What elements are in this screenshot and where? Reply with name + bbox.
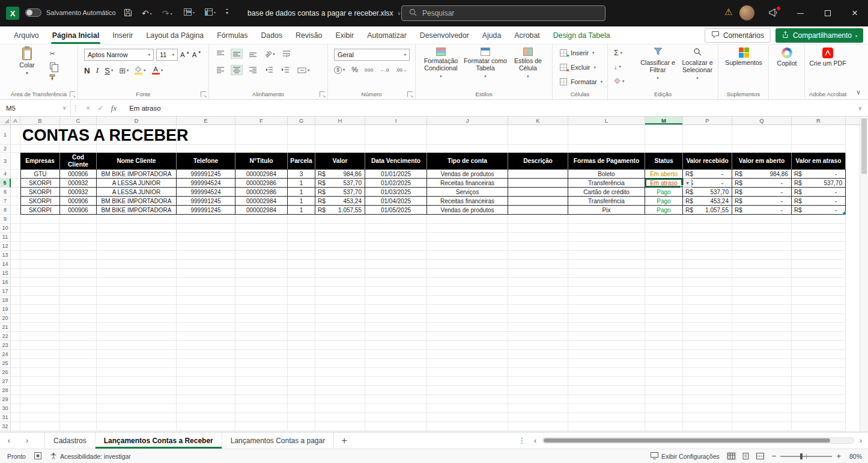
cell-P7[interactable]: R$453,24 <box>683 197 732 206</box>
cell-M7[interactable]: Pago <box>645 197 683 206</box>
cell-R32[interactable] <box>792 422 846 431</box>
cell-A2[interactable] <box>11 145 20 153</box>
undo-button[interactable]: ↶▾ <box>142 8 152 18</box>
add-sheet-button[interactable]: + <box>334 432 354 449</box>
orientation-button[interactable]: ab▾ <box>264 50 276 58</box>
cell-H25[interactable] <box>315 359 365 368</box>
cell-L12[interactable] <box>568 242 645 251</box>
cell-D12[interactable] <box>97 242 177 251</box>
cell-A9[interactable] <box>11 215 20 224</box>
cell-J19[interactable] <box>427 305 508 314</box>
row-header-6[interactable]: 6 <box>0 188 11 197</box>
cell-F15[interactable] <box>235 269 288 278</box>
cell-K19[interactable] <box>508 305 568 314</box>
format-cells-button[interactable]: Formatar ▾ <box>560 78 602 85</box>
row-header-17[interactable]: 17 <box>0 287 11 296</box>
minimize-button[interactable] <box>787 0 813 26</box>
cell-H5[interactable]: R$537,70 <box>315 179 365 188</box>
ribbon-tab-inserir[interactable]: Inserir <box>106 26 139 44</box>
cell-R10[interactable] <box>792 224 846 233</box>
previous-sheet-icon[interactable]: ‹ <box>0 432 18 449</box>
cell-K31[interactable] <box>508 413 568 422</box>
cell-H20[interactable] <box>315 314 365 323</box>
cell-F28[interactable] <box>235 386 288 395</box>
cell-K27[interactable] <box>508 377 568 386</box>
cell-Q9[interactable] <box>732 215 792 224</box>
cell-E18[interactable] <box>177 296 235 305</box>
cell-B4[interactable]: GTU <box>20 170 60 179</box>
cell-L28[interactable] <box>568 386 645 395</box>
cell-L32[interactable] <box>568 422 645 431</box>
cell-D3[interactable]: Nome Cliente <box>97 153 177 170</box>
cell-D7[interactable]: BM BIKE IMPORTADORA <box>97 197 177 206</box>
decrease-indent-button[interactable] <box>264 66 275 75</box>
cell-Q13[interactable] <box>732 251 792 260</box>
cell-Q6[interactable]: R$- <box>732 188 792 197</box>
cell-Q15[interactable] <box>732 269 792 278</box>
cell-E16[interactable] <box>177 278 235 287</box>
cell-A25[interactable] <box>11 359 20 368</box>
row-header-10[interactable]: 10 <box>0 224 11 233</box>
row-header-30[interactable]: 30 <box>0 404 11 413</box>
row-header-29[interactable]: 29 <box>0 395 11 404</box>
addins-button[interactable]: Suplementos <box>725 48 762 67</box>
cell-A21[interactable] <box>11 323 20 332</box>
align-top-button[interactable] <box>215 49 226 58</box>
cell-L22[interactable] <box>568 332 645 341</box>
insert-function-icon[interactable]: fx <box>111 103 117 113</box>
row-header-9[interactable]: 9 <box>0 215 11 224</box>
cell-A27[interactable] <box>11 377 20 386</box>
row-header-16[interactable]: 16 <box>0 278 11 287</box>
cell-E12[interactable] <box>177 242 235 251</box>
cell-G18[interactable] <box>288 296 315 305</box>
cell-M6[interactable]: Pago <box>645 188 683 197</box>
cell-M19[interactable] <box>645 305 683 314</box>
cell-C21[interactable] <box>60 323 97 332</box>
cell-P29[interactable] <box>683 395 732 404</box>
formula-bar-content[interactable]: Em atraso <box>122 100 160 116</box>
cell-M13[interactable] <box>645 251 683 260</box>
cell-B13[interactable] <box>20 251 60 260</box>
row-header-23[interactable]: 23 <box>0 341 11 350</box>
cell-P23[interactable] <box>683 341 732 350</box>
next-sheet-icon[interactable]: › <box>18 432 36 449</box>
cell-F9[interactable] <box>235 215 288 224</box>
cell-L2[interactable] <box>568 145 645 153</box>
cell-F12[interactable] <box>235 242 288 251</box>
cell-I4[interactable]: 01/01/2025 <box>365 170 427 179</box>
cell-dropdown-button[interactable]: ▼ <box>683 178 692 188</box>
sheet-tab-lancamentos-contas-a-receber[interactable]: Lançamentos Contas a Receber <box>96 432 222 449</box>
cell-M4[interactable]: Em aberto <box>645 170 683 179</box>
cell-B11[interactable] <box>20 233 60 242</box>
cell-C18[interactable] <box>60 296 97 305</box>
cell-K25[interactable] <box>508 359 568 368</box>
cell-A30[interactable] <box>11 404 20 413</box>
autosum-button[interactable]: Σ▾ <box>614 49 622 57</box>
cell-A6[interactable] <box>11 188 20 197</box>
cell-I17[interactable] <box>365 287 427 296</box>
ribbon-tab-desenvolvedor[interactable]: Desenvolvedor <box>413 26 476 44</box>
cell-D26[interactable] <box>97 368 177 377</box>
name-box[interactable]: M5 ∨ <box>0 100 71 116</box>
cell-G12[interactable] <box>288 242 315 251</box>
autosave-toggle[interactable] <box>25 8 41 17</box>
cell-I24[interactable] <box>365 350 427 359</box>
cell-H1[interactable] <box>315 125 365 145</box>
cell-E19[interactable] <box>177 305 235 314</box>
cell-C4[interactable]: 000906 <box>60 170 97 179</box>
cell-C6[interactable]: 000932 <box>60 188 97 197</box>
cell-D21[interactable] <box>97 323 177 332</box>
currency-format-button[interactable]: $▾ <box>334 66 345 74</box>
cell-K24[interactable] <box>508 350 568 359</box>
cell-H29[interactable] <box>315 395 365 404</box>
cell-H21[interactable] <box>315 323 365 332</box>
cell-G30[interactable] <box>288 404 315 413</box>
cell-H8[interactable]: R$1.057,55 <box>315 206 365 215</box>
cell-D24[interactable] <box>97 350 177 359</box>
cell-K14[interactable] <box>508 260 568 269</box>
cell-E21[interactable] <box>177 323 235 332</box>
cell-G19[interactable] <box>288 305 315 314</box>
cell-E27[interactable] <box>177 377 235 386</box>
cell-I12[interactable] <box>365 242 427 251</box>
cell-styles-button[interactable]: Estilos de Célula ▾ <box>507 48 549 78</box>
